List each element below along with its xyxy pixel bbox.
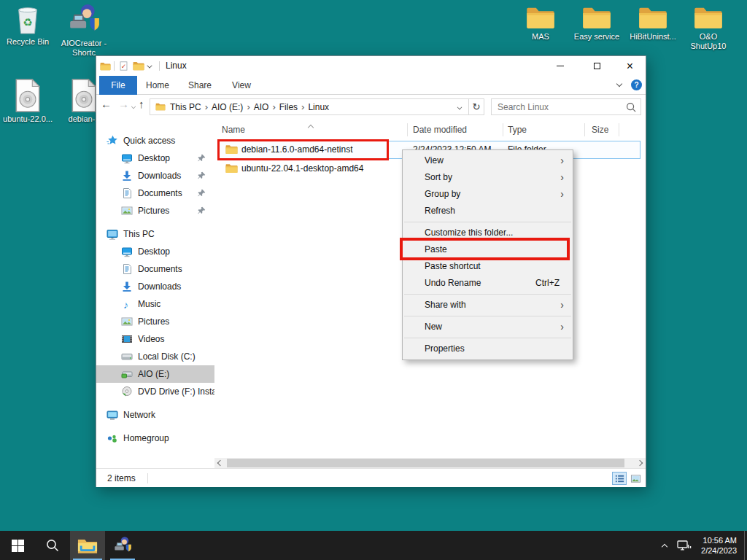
breadcrumb-separator: › (301, 101, 304, 112)
film-strip-icon (121, 333, 133, 345)
breadcrumb-item-linux[interactable]: Linux (308, 102, 329, 112)
address-dropdown-chevron-icon[interactable] (457, 105, 462, 110)
column-divider[interactable] (503, 123, 503, 136)
thumbnails-view-button[interactable] (628, 472, 643, 485)
sidebar-item-pc-downloads[interactable]: Downloads (96, 278, 214, 295)
start-button[interactable] (0, 531, 35, 560)
sidebar-item-network[interactable]: Network (96, 406, 214, 424)
recent-locations-chevron-icon[interactable] (131, 104, 136, 109)
network-icon (677, 540, 692, 551)
menu-item-view[interactable]: View › (403, 152, 573, 169)
qat-customize-chevron-icon[interactable] (147, 63, 152, 68)
document-icon (121, 187, 133, 199)
sidebar-item-pc-videos[interactable]: Videos (96, 330, 214, 348)
forward-button[interactable]: → (118, 98, 129, 110)
desktop-icon-ubuntu-iso[interactable]: ubuntu-22.0... (0, 79, 55, 124)
sidebar-item-pc-documents[interactable]: Documents (96, 260, 214, 278)
menu-item-sort-by[interactable]: Sort by › (403, 169, 573, 186)
column-header-name[interactable]: Name (222, 120, 245, 139)
taskbar-search-button[interactable] (35, 531, 70, 560)
sidebar-item-desktop[interactable]: Desktop (96, 149, 214, 167)
desktop-icon-easy-service[interactable]: Easy service (569, 6, 624, 42)
network-tray-button[interactable] (672, 531, 697, 560)
refresh-button[interactable]: ↻ (469, 98, 484, 115)
desktop-icon-recycle-bin[interactable]: Recycle Bin (0, 4, 55, 47)
column-divider[interactable] (407, 123, 408, 136)
title-bar[interactable]: Linux × (96, 56, 646, 76)
submenu-arrow-icon: › (560, 186, 564, 203)
close-button[interactable]: × (614, 56, 646, 76)
ribbon-tabs: File Home Share View ? (96, 76, 646, 95)
horizontal-scrollbar[interactable] (214, 458, 646, 468)
sidebar-item-documents[interactable]: Documents (96, 184, 214, 202)
downloads-arrow-icon (121, 281, 133, 292)
menu-item-new[interactable]: New › (403, 319, 573, 335)
document-icon (121, 263, 133, 275)
downloads-arrow-icon (121, 170, 133, 182)
breadcrumb-item-aio-drive[interactable]: AIO (E:) (212, 102, 243, 112)
details-view-button[interactable] (612, 472, 627, 485)
homegroup-circles-icon (107, 432, 118, 444)
sidebar-item-pc-pictures[interactable]: Pictures (96, 313, 214, 330)
column-header-type[interactable]: Type (508, 120, 527, 139)
minimize-button[interactable] (543, 56, 576, 76)
sidebar-item-dvd-drive-f[interactable]: DVD Drive (F:) Instal (96, 383, 214, 400)
navigation-pane: Quick access Desktop Downloads Documents… (96, 118, 214, 468)
tab-file[interactable]: File (99, 76, 137, 95)
taskbar-aiocreator-button[interactable] (105, 531, 140, 560)
sidebar-item-quick-access[interactable]: Quick access (96, 132, 214, 149)
tab-share[interactable]: Share (181, 76, 219, 95)
menu-item-undo-rename[interactable]: Undo Rename Ctrl+Z (403, 275, 573, 292)
column-header-date-modified[interactable]: Date modified (413, 120, 467, 139)
sidebar-item-homegroup[interactable]: Homegroup (96, 429, 214, 447)
menu-item-group-by[interactable]: Group by › (403, 186, 573, 203)
up-button[interactable]: ↑ (139, 98, 144, 110)
expand-ribbon-chevron-icon[interactable] (616, 81, 622, 87)
show-hidden-icons-button[interactable] (657, 531, 672, 560)
qat-new-folder-icon[interactable] (133, 61, 144, 71)
menu-item-paste-shortcut[interactable]: Paste shortcut (403, 258, 573, 275)
breadcrumb-item-this-pc[interactable]: This PC (170, 102, 201, 112)
sidebar-item-this-pc[interactable]: This PC (96, 225, 214, 243)
column-header-size[interactable]: Size (592, 120, 608, 139)
sidebar-item-local-disk-c[interactable]: Local Disk (C:) (96, 348, 214, 365)
desktop-icon-aiocreator[interactable]: AIOCreator - Shortc (56, 3, 112, 58)
scroll-right-icon[interactable] (637, 460, 643, 466)
sidebar-item-downloads[interactable]: Downloads (96, 167, 214, 184)
search-input[interactable] (492, 99, 640, 114)
breadcrumb-item-files[interactable]: Files (279, 102, 298, 112)
taskbar-file-explorer-button[interactable] (70, 531, 105, 560)
column-divider[interactable] (619, 123, 619, 136)
menu-item-properties[interactable]: Properties (403, 341, 573, 357)
sidebar-item-pc-desktop[interactable]: Desktop (96, 243, 214, 260)
item-count: 2 items (107, 473, 136, 483)
breadcrumb-folder-icon (155, 103, 166, 111)
menu-item-share-with[interactable]: Share with › (403, 297, 573, 314)
breadcrumb[interactable]: This PC › AIO (E:) › AIO › Files › Linux (150, 98, 469, 115)
sidebar-item-aio-e[interactable]: AIO (E:) (96, 365, 214, 383)
tab-home[interactable]: Home (139, 76, 177, 95)
pin-icon (198, 189, 206, 197)
submenu-arrow-icon: › (560, 319, 564, 335)
sidebar-item-pc-music[interactable]: Music (96, 295, 214, 313)
scrollbar-thumb[interactable] (227, 459, 624, 467)
maximize-button[interactable] (581, 56, 614, 76)
breadcrumb-item-aio[interactable]: AIO (254, 102, 269, 112)
desktop-icon-hibituninstaller[interactable]: HiBitUninst... (625, 6, 681, 42)
column-divider[interactable] (584, 123, 585, 136)
menu-item-refresh[interactable]: Refresh (403, 203, 573, 219)
show-desktop-button[interactable] (744, 531, 747, 560)
taskbar-clock[interactable]: 10:56 AM 2/24/2023 (697, 535, 744, 556)
scroll-left-icon[interactable] (217, 460, 223, 466)
desktop-icon-oo-shutup10[interactable]: O&O ShutUp10 (681, 6, 736, 51)
iso-file-icon (71, 79, 97, 112)
tab-view[interactable]: View (222, 76, 260, 95)
back-button[interactable]: ← (101, 98, 112, 110)
help-icon[interactable]: ? (631, 79, 642, 90)
this-pc-icon (107, 228, 118, 240)
desktop-icon-label: MAS (532, 32, 549, 42)
desktop-icon-mas[interactable]: MAS (513, 6, 568, 42)
qat-properties-icon[interactable] (119, 61, 128, 71)
desktop-monitor-icon (121, 152, 133, 164)
sidebar-item-pictures[interactable]: Pictures (96, 202, 214, 219)
